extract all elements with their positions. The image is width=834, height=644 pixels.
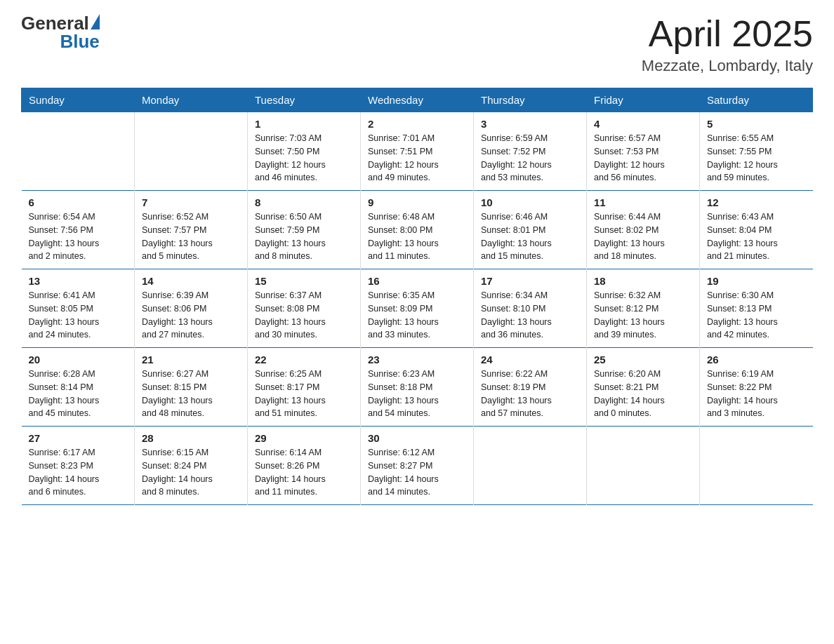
- calendar-cell: [587, 427, 700, 505]
- day-number: 3: [481, 118, 579, 130]
- day-info: Sunrise: 6:41 AM Sunset: 8:05 PM Dayligh…: [29, 289, 128, 342]
- weekday-row: SundayMondayTuesdayWednesdayThursdayFrid…: [22, 88, 813, 112]
- week-row-2: 6Sunrise: 6:54 AM Sunset: 7:56 PM Daylig…: [22, 191, 813, 269]
- day-number: 27: [29, 432, 128, 444]
- calendar-cell: 15Sunrise: 6:37 AM Sunset: 8:08 PM Dayli…: [248, 269, 361, 348]
- day-info: Sunrise: 6:46 AM Sunset: 8:01 PM Dayligh…: [481, 210, 579, 263]
- day-number: 17: [481, 275, 579, 287]
- day-info: Sunrise: 6:57 AM Sunset: 7:53 PM Dayligh…: [594, 132, 692, 185]
- calendar-cell: 8Sunrise: 6:50 AM Sunset: 7:59 PM Daylig…: [248, 191, 361, 269]
- day-info: Sunrise: 6:32 AM Sunset: 8:12 PM Dayligh…: [594, 289, 692, 342]
- day-number: 2: [368, 118, 466, 130]
- calendar-cell: 9Sunrise: 6:48 AM Sunset: 8:00 PM Daylig…: [361, 191, 474, 269]
- calendar-cell: 18Sunrise: 6:32 AM Sunset: 8:12 PM Dayli…: [587, 269, 700, 348]
- calendar-cell: 1Sunrise: 7:03 AM Sunset: 7:50 PM Daylig…: [248, 112, 361, 191]
- calendar-cell: 20Sunrise: 6:28 AM Sunset: 8:14 PM Dayli…: [22, 348, 135, 427]
- day-info: Sunrise: 6:12 AM Sunset: 8:27 PM Dayligh…: [368, 446, 466, 499]
- day-info: Sunrise: 6:50 AM Sunset: 7:59 PM Dayligh…: [255, 210, 353, 263]
- day-number: 4: [594, 118, 692, 130]
- weekday-wednesday: Wednesday: [361, 88, 474, 112]
- calendar-cell: 14Sunrise: 6:39 AM Sunset: 8:06 PM Dayli…: [135, 269, 248, 348]
- week-row-4: 20Sunrise: 6:28 AM Sunset: 8:14 PM Dayli…: [22, 348, 813, 427]
- day-number: 1: [255, 118, 353, 130]
- weekday-tuesday: Tuesday: [248, 88, 361, 112]
- calendar-cell: 7Sunrise: 6:52 AM Sunset: 7:57 PM Daylig…: [135, 191, 248, 269]
- day-number: 19: [707, 275, 806, 287]
- weekday-sunday: Sunday: [22, 88, 135, 112]
- day-number: 8: [255, 196, 353, 208]
- day-info: Sunrise: 6:19 AM Sunset: 8:22 PM Dayligh…: [707, 368, 806, 420]
- day-number: 25: [594, 354, 692, 365]
- day-info: Sunrise: 6:35 AM Sunset: 8:09 PM Dayligh…: [368, 289, 466, 342]
- day-info: Sunrise: 6:52 AM Sunset: 7:57 PM Dayligh…: [142, 210, 240, 263]
- day-number: 29: [255, 432, 353, 444]
- day-info: Sunrise: 6:22 AM Sunset: 8:19 PM Dayligh…: [481, 368, 579, 420]
- logo-blue: Blue: [60, 31, 99, 52]
- day-info: Sunrise: 6:28 AM Sunset: 8:14 PM Dayligh…: [29, 368, 128, 420]
- day-info: Sunrise: 6:39 AM Sunset: 8:06 PM Dayligh…: [142, 289, 240, 342]
- day-info: Sunrise: 6:15 AM Sunset: 8:24 PM Dayligh…: [142, 446, 240, 499]
- day-number: 14: [142, 275, 240, 287]
- calendar-cell: 25Sunrise: 6:20 AM Sunset: 8:21 PM Dayli…: [587, 348, 700, 427]
- day-info: Sunrise: 6:23 AM Sunset: 8:18 PM Dayligh…: [368, 368, 466, 420]
- day-number: 11: [594, 196, 692, 208]
- day-info: Sunrise: 6:17 AM Sunset: 8:23 PM Dayligh…: [29, 446, 128, 499]
- day-number: 24: [481, 354, 579, 365]
- calendar-cell: [135, 112, 248, 191]
- day-info: Sunrise: 6:34 AM Sunset: 8:10 PM Dayligh…: [481, 289, 579, 342]
- calendar-cell: 22Sunrise: 6:25 AM Sunset: 8:17 PM Dayli…: [248, 348, 361, 427]
- calendar-cell: 10Sunrise: 6:46 AM Sunset: 8:01 PM Dayli…: [474, 191, 587, 269]
- weekday-thursday: Thursday: [474, 88, 587, 112]
- calendar-cell: 12Sunrise: 6:43 AM Sunset: 8:04 PM Dayli…: [700, 191, 813, 269]
- week-row-5: 27Sunrise: 6:17 AM Sunset: 8:23 PM Dayli…: [22, 427, 813, 505]
- calendar-cell: 29Sunrise: 6:14 AM Sunset: 8:26 PM Dayli…: [248, 427, 361, 505]
- calendar-body: 1Sunrise: 7:03 AM Sunset: 7:50 PM Daylig…: [22, 112, 813, 505]
- calendar-cell: 17Sunrise: 6:34 AM Sunset: 8:10 PM Dayli…: [474, 269, 587, 348]
- calendar-cell: 4Sunrise: 6:57 AM Sunset: 7:53 PM Daylig…: [587, 112, 700, 191]
- calendar-cell: 24Sunrise: 6:22 AM Sunset: 8:19 PM Dayli…: [474, 348, 587, 427]
- day-number: 21: [142, 354, 240, 365]
- day-info: Sunrise: 6:44 AM Sunset: 8:02 PM Dayligh…: [594, 210, 692, 263]
- calendar-cell: 11Sunrise: 6:44 AM Sunset: 8:02 PM Dayli…: [587, 191, 700, 269]
- week-row-3: 13Sunrise: 6:41 AM Sunset: 8:05 PM Dayli…: [22, 269, 813, 348]
- day-number: 18: [594, 275, 692, 287]
- calendar-cell: [474, 427, 587, 505]
- calendar-cell: 5Sunrise: 6:55 AM Sunset: 7:55 PM Daylig…: [700, 112, 813, 191]
- day-number: 30: [368, 432, 466, 444]
- day-info: Sunrise: 6:59 AM Sunset: 7:52 PM Dayligh…: [481, 132, 579, 185]
- day-info: Sunrise: 6:14 AM Sunset: 8:26 PM Dayligh…: [255, 446, 353, 499]
- day-info: Sunrise: 6:20 AM Sunset: 8:21 PM Dayligh…: [594, 368, 692, 420]
- day-number: 23: [368, 354, 466, 365]
- calendar-cell: 13Sunrise: 6:41 AM Sunset: 8:05 PM Dayli…: [22, 269, 135, 348]
- calendar-cell: 28Sunrise: 6:15 AM Sunset: 8:24 PM Dayli…: [135, 427, 248, 505]
- calendar-cell: 2Sunrise: 7:01 AM Sunset: 7:51 PM Daylig…: [361, 112, 474, 191]
- day-info: Sunrise: 6:43 AM Sunset: 8:04 PM Dayligh…: [707, 210, 806, 263]
- calendar-cell: 3Sunrise: 6:59 AM Sunset: 7:52 PM Daylig…: [474, 112, 587, 191]
- logo: General Blue: [21, 14, 100, 51]
- page-subtitle: Mezzate, Lombardy, Italy: [642, 57, 813, 75]
- day-number: 22: [255, 354, 353, 365]
- day-info: Sunrise: 6:55 AM Sunset: 7:55 PM Dayligh…: [707, 132, 806, 185]
- day-number: 13: [29, 275, 128, 287]
- day-info: Sunrise: 7:01 AM Sunset: 7:51 PM Dayligh…: [368, 132, 466, 185]
- calendar-cell: 19Sunrise: 6:30 AM Sunset: 8:13 PM Dayli…: [700, 269, 813, 348]
- page-title: April 2025: [642, 14, 813, 54]
- weekday-saturday: Saturday: [700, 88, 813, 112]
- calendar-cell: 23Sunrise: 6:23 AM Sunset: 8:18 PM Dayli…: [361, 348, 474, 427]
- calendar-cell: [22, 112, 135, 191]
- day-number: 12: [707, 196, 806, 208]
- logo-general: General: [21, 14, 89, 32]
- logo-triangle-icon: [91, 14, 100, 29]
- day-number: 7: [142, 196, 240, 208]
- weekday-friday: Friday: [587, 88, 700, 112]
- page-header: General Blue April 2025 Mezzate, Lombard…: [21, 14, 813, 75]
- weekday-monday: Monday: [135, 88, 248, 112]
- day-number: 9: [368, 196, 466, 208]
- day-number: 26: [707, 354, 806, 365]
- calendar-cell: 30Sunrise: 6:12 AM Sunset: 8:27 PM Dayli…: [361, 427, 474, 505]
- day-info: Sunrise: 6:48 AM Sunset: 8:00 PM Dayligh…: [368, 210, 466, 263]
- day-info: Sunrise: 7:03 AM Sunset: 7:50 PM Dayligh…: [255, 132, 353, 185]
- calendar-cell: 16Sunrise: 6:35 AM Sunset: 8:09 PM Dayli…: [361, 269, 474, 348]
- calendar-cell: [700, 427, 813, 505]
- calendar-cell: 26Sunrise: 6:19 AM Sunset: 8:22 PM Dayli…: [700, 348, 813, 427]
